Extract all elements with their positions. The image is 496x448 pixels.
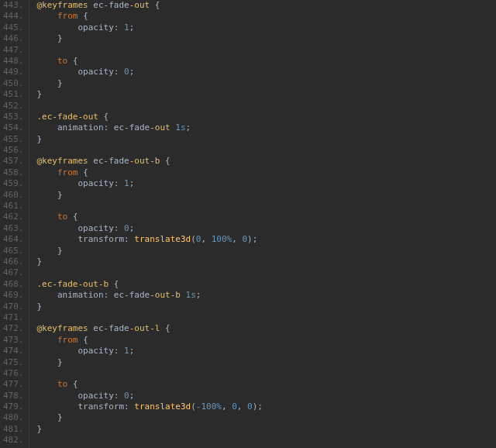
line-number: 480. [3,412,24,423]
code-line[interactable]: } [37,89,497,100]
token-id: ec-fade [93,323,129,333]
code-line[interactable]: @keyframes ec-fade-out-b { [37,156,497,167]
code-line[interactable]: to { [37,212,497,222]
code-line[interactable]: opacity: 1; [37,178,497,189]
token-punc: ; [129,22,135,33]
line-number: 450. [3,78,24,89]
token-punc: ; [129,67,135,77]
code-line[interactable]: opacity: 0; [37,223,497,234]
token-func: translate3d [134,401,191,412]
line-number: 460. [3,190,24,201]
token-punc: } [57,190,63,200]
line-number: 474. [3,346,24,357]
token-func: translate3d [134,234,191,244]
code-line[interactable] [37,368,497,379]
code-line[interactable]: @keyframes ec-fade-out { [37,0,497,11]
token-punc: : [124,234,129,244]
token-num: -100% [196,401,222,412]
code-line[interactable]: animation: ec-fade-out-b 1s; [37,290,497,301]
line-number: 469. [3,290,24,301]
token-punc: { [83,11,88,21]
line-number: 458. [3,167,24,178]
code-line[interactable]: animation: ec-fade-out 1s; [37,122,497,133]
code-line[interactable]: opacity: 0; [37,391,497,401]
token-prop: opacity [78,178,113,188]
code-line[interactable]: } [37,424,497,435]
token-punc: : [104,290,109,300]
code-line[interactable]: to { [37,379,497,390]
code-line[interactable]: transform: translate3d(-100%, 0, 0); [37,401,497,412]
code-line[interactable]: transform: translate3d(0, 100%, 0); [37,234,497,245]
code-line[interactable]: } [37,257,497,267]
code-line[interactable]: .ec-fade-out { [37,112,497,122]
token-id: ec-fade [93,156,129,166]
line-number: 473. [3,335,24,346]
token-prop: animation [57,290,104,300]
token-punc: ; [129,346,135,356]
token-at: @keyframes [37,0,88,10]
code-line[interactable] [37,267,497,278]
code-line[interactable]: from { [37,167,497,178]
line-number: 461. [3,201,24,212]
token-out: -out [78,112,98,122]
token-dur: 1s [186,290,196,300]
token-anim: ec-fade [114,122,150,133]
token-anim: ec-fade [114,290,150,300]
line-number: 472. [3,323,24,334]
token-punc: } [37,424,43,434]
code-line[interactable]: opacity: 1; [37,346,497,357]
token-punc: } [57,357,63,367]
code-line[interactable]: } [37,302,497,312]
code-line[interactable] [37,435,497,446]
code-line[interactable] [37,312,497,323]
token-punc: { [155,0,160,10]
code-line[interactable] [37,45,497,56]
line-number: 455. [3,134,24,145]
code-line[interactable]: } [37,357,497,368]
code-area[interactable]: @keyframes ec-fade-out { from { opacity:… [29,0,497,448]
token-punc: : [124,401,129,412]
token-out: -out [129,0,150,10]
token-prop: opacity [78,22,113,33]
token-sel: to [57,56,67,66]
token-punc: } [57,78,63,88]
token-prop: transform [78,401,124,412]
code-line[interactable]: opacity: 0; [37,67,497,78]
line-number: 444. [3,11,24,22]
token-punc: : [114,391,119,401]
line-number: 467. [3,267,24,278]
token-prop: opacity [78,391,113,401]
token-punc: } [57,246,63,256]
code-line[interactable] [37,145,497,156]
code-line[interactable]: from { [37,11,497,22]
token-punc: ; [129,223,135,233]
token-prop: animation [57,122,104,133]
token-punc: : [114,223,119,233]
code-line[interactable]: .ec-fade-out-b { [37,279,497,290]
token-punc: : [114,178,119,188]
code-line[interactable]: } [37,190,497,201]
line-number: 454. [3,122,24,133]
token-punc: } [37,89,43,99]
code-line[interactable]: } [37,134,497,145]
code-line[interactable]: to { [37,56,497,67]
code-line[interactable]: } [37,78,497,89]
token-punc: ; [196,290,202,300]
line-number: 465. [3,246,24,257]
line-number: 463. [3,223,24,234]
code-line[interactable]: } [37,246,497,257]
code-line[interactable]: } [37,412,497,423]
token-class: .ec-fade [37,279,78,289]
code-line[interactable] [37,101,497,112]
token-punc: ; [257,401,263,412]
code-editor[interactable]: 443.444.445.446.447.448.449.450.451.452.… [0,0,496,448]
token-punc: ( [191,234,196,244]
code-line[interactable]: } [37,33,497,44]
code-line[interactable] [37,201,497,212]
code-line[interactable]: @keyframes ec-fade-out-l { [37,323,497,334]
code-line[interactable]: from { [37,335,497,346]
token-punc: ( [191,401,196,412]
token-punc: { [83,335,88,345]
code-line[interactable]: opacity: 1; [37,22,497,33]
token-num: 100% [212,234,232,244]
